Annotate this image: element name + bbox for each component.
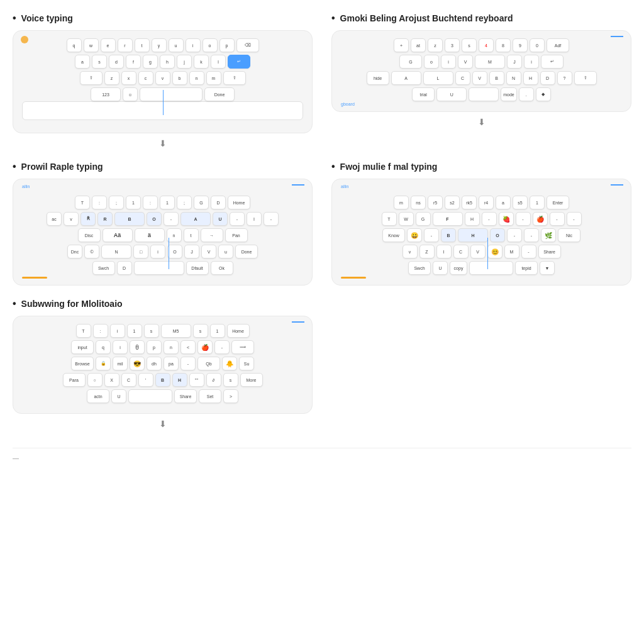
key[interactable]: T xyxy=(382,212,397,226)
key[interactable]: ; xyxy=(109,196,124,209)
key-space[interactable] xyxy=(469,261,513,275)
key-a[interactable]: A xyxy=(180,212,211,226)
key-emoji[interactable]: ☺ xyxy=(123,87,138,101)
key[interactable]: G xyxy=(194,196,209,209)
key[interactable]: - xyxy=(424,228,439,242)
key[interactable]: ∂ xyxy=(206,373,221,387)
key-u[interactable]: U xyxy=(436,87,467,101)
key-emoji7[interactable]: 🐥 xyxy=(222,357,237,370)
key[interactable]: ' xyxy=(138,373,153,387)
key-done[interactable]: Done xyxy=(235,245,258,258)
key-a[interactable]: A xyxy=(391,71,421,85)
key[interactable]: : xyxy=(93,324,108,338)
key-c[interactable]: C xyxy=(121,373,136,387)
key-para[interactable]: Para xyxy=(63,373,86,387)
key[interactable]: i xyxy=(186,38,201,52)
key[interactable]: H xyxy=(465,212,480,226)
key[interactable]: r5 xyxy=(428,196,443,209)
key-mode[interactable]: mode xyxy=(501,87,517,101)
key[interactable]: mil xyxy=(113,357,128,370)
key[interactable]: z xyxy=(104,71,119,85)
key-f[interactable]: F xyxy=(433,212,463,226)
key-input[interactable]: input xyxy=(71,340,94,354)
key[interactable]: - xyxy=(567,212,582,226)
key[interactable]: q xyxy=(67,38,82,52)
key-p[interactable]: Pan xyxy=(225,228,248,242)
key-nic[interactable]: Nic xyxy=(558,228,580,242)
key[interactable]: 1 xyxy=(127,324,142,338)
key-u[interactable]: U xyxy=(213,212,228,226)
key[interactable]: - xyxy=(521,245,536,258)
key[interactable]: s2 xyxy=(445,196,460,209)
key[interactable]: "" xyxy=(189,373,204,387)
key-qb[interactable]: Qb xyxy=(197,357,220,370)
key-h[interactable]: H xyxy=(172,373,187,387)
key[interactable]: 0 xyxy=(530,38,545,52)
key[interactable]: 9 xyxy=(513,38,528,52)
key[interactable]: y xyxy=(152,38,167,52)
key[interactable]: ? xyxy=(557,71,572,85)
key[interactable]: i xyxy=(441,55,456,69)
key-gt[interactable]: > xyxy=(223,389,238,403)
key[interactable]: C xyxy=(453,245,469,258)
key[interactable]: v xyxy=(402,245,418,258)
key-space[interactable] xyxy=(140,87,203,101)
key-swch[interactable]: Swch xyxy=(408,261,431,275)
key[interactable]: W xyxy=(399,212,414,226)
key-h[interactable]: H xyxy=(458,228,488,242)
key[interactable]: V xyxy=(458,55,473,69)
key-diamond[interactable]: ◆ xyxy=(536,87,551,101)
key[interactable]: m xyxy=(394,196,409,209)
key-r[interactable]: R̈ xyxy=(80,212,96,226)
key[interactable]: V xyxy=(470,245,486,258)
key-apple[interactable]: 🍎 xyxy=(197,340,213,354)
key-set[interactable]: Set xyxy=(199,389,221,403)
key-home[interactable]: Home xyxy=(228,196,250,209)
key-b[interactable]: B xyxy=(114,212,145,226)
key[interactable]: - xyxy=(164,212,179,226)
key[interactable]: p xyxy=(147,340,162,354)
key[interactable]: v xyxy=(155,71,170,85)
key[interactable]: at xyxy=(411,38,426,52)
key[interactable]: . xyxy=(519,87,534,101)
key[interactable]: q xyxy=(96,340,111,354)
key[interactable]: - xyxy=(180,357,196,370)
key-o[interactable]: O xyxy=(490,228,505,242)
key-emoji5[interactable]: 😊 xyxy=(487,245,502,258)
key[interactable]: k xyxy=(194,55,209,69)
key[interactable]: t xyxy=(184,228,199,242)
key-share[interactable]: Share xyxy=(174,389,197,403)
key-enter[interactable]: ↵ xyxy=(541,55,564,69)
key[interactable]: - xyxy=(524,228,539,242)
key-g[interactable]: G xyxy=(399,55,422,69)
key-d[interactable]: D xyxy=(117,261,132,275)
key[interactable]: b xyxy=(172,71,187,85)
key[interactable]: J xyxy=(184,245,199,258)
key[interactable]: H xyxy=(523,71,538,85)
key-o[interactable]: O xyxy=(147,212,162,226)
key-emoji6[interactable]: 😎 xyxy=(130,357,145,370)
key-shift-r[interactable]: ⇧ xyxy=(223,71,246,85)
key-swch[interactable]: Swch xyxy=(92,261,115,275)
key[interactable]: v xyxy=(64,212,79,226)
key[interactable]: : xyxy=(143,196,158,209)
key-l[interactable]: L xyxy=(423,71,453,85)
key[interactable]: ns xyxy=(411,196,426,209)
key[interactable]: C xyxy=(455,71,470,85)
key-emoji4[interactable]: 🌿 xyxy=(541,228,556,242)
key-hide[interactable]: hide xyxy=(367,71,389,85)
key-ok[interactable]: Ok xyxy=(211,261,233,275)
key-space[interactable] xyxy=(134,261,184,275)
key[interactable]: w xyxy=(84,38,99,52)
key-emoji1[interactable]: 🍓 xyxy=(499,212,514,226)
key-u[interactable]: U xyxy=(111,389,126,403)
key[interactable]: m xyxy=(206,71,221,85)
key-trial[interactable]: trial xyxy=(412,87,435,101)
key[interactable]: 1 xyxy=(126,196,141,209)
key-r2[interactable]: R xyxy=(97,212,113,226)
key[interactable]: : xyxy=(92,196,107,209)
key-n[interactable]: N xyxy=(101,245,131,258)
key-arrow[interactable]: → xyxy=(201,228,223,242)
key[interactable]: u xyxy=(218,245,233,258)
key-circle[interactable]: © xyxy=(84,245,99,258)
